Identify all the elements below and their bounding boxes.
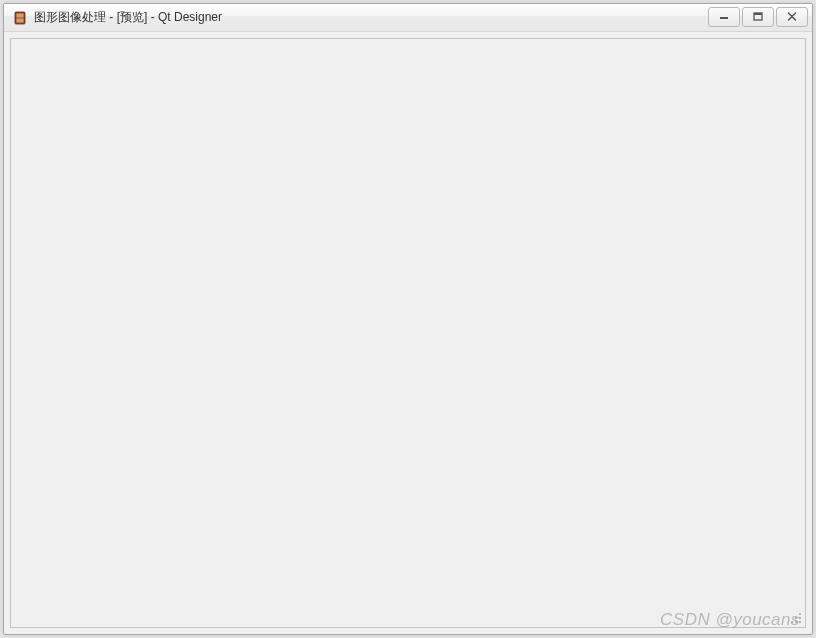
resize-grip[interactable]	[789, 611, 803, 625]
close-button[interactable]	[776, 7, 808, 27]
minimize-icon	[719, 12, 729, 21]
maximize-icon	[753, 12, 763, 21]
application-window: 图形图像处理 - [预览] - Qt Designer	[3, 3, 813, 635]
minimize-button[interactable]	[708, 7, 740, 27]
close-icon	[787, 12, 797, 21]
svg-point-10	[795, 621, 797, 623]
svg-rect-3	[720, 17, 728, 19]
window-controls	[706, 7, 808, 27]
svg-point-6	[799, 613, 801, 615]
svg-point-9	[791, 621, 793, 623]
maximize-button[interactable]	[742, 7, 774, 27]
svg-point-7	[795, 617, 797, 619]
client-area	[10, 38, 806, 628]
titlebar[interactable]: 图形图像处理 - [预览] - Qt Designer	[4, 4, 812, 32]
svg-rect-1	[17, 13, 24, 17]
window-title: 图形图像处理 - [预览] - Qt Designer	[34, 9, 222, 26]
svg-rect-5	[754, 13, 762, 15]
svg-point-8	[799, 617, 801, 619]
app-icon	[12, 10, 28, 26]
svg-point-11	[799, 621, 801, 623]
resize-grip-icon	[789, 611, 803, 625]
svg-rect-2	[17, 18, 24, 22]
